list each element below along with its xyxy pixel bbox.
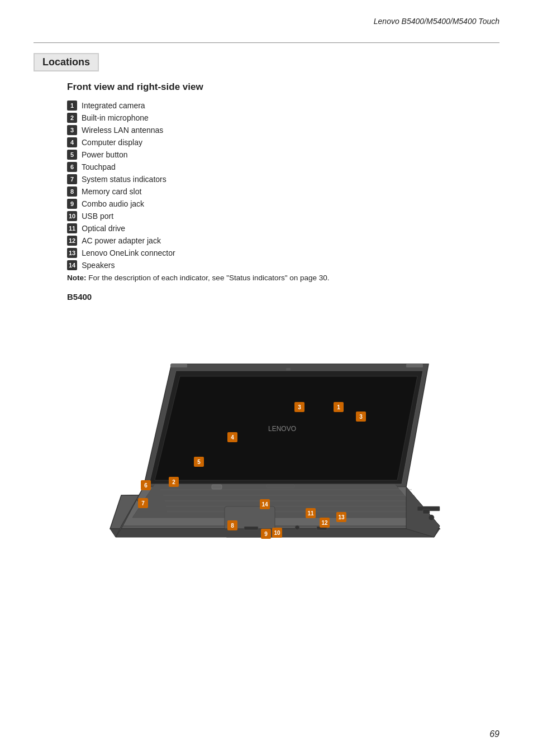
callout-badge-c13: 13 — [336, 512, 346, 522]
callout-badge-c11: 11 — [306, 508, 316, 518]
item-label: Touchpad — [82, 162, 116, 171]
item-badge: 12 — [67, 236, 77, 246]
list-item: 1Integrated camera — [67, 101, 499, 111]
list-item: 7System status indicators — [67, 174, 499, 184]
svg-rect-5 — [406, 364, 423, 367]
list-item: 2Built-in microphone — [67, 113, 499, 123]
item-badge: 1 — [67, 101, 77, 111]
callout-badge-c6: 6 — [141, 480, 151, 490]
callout-badge-c2: 2 — [169, 477, 179, 487]
list-item: 14Speakers — [67, 260, 499, 270]
list-item: 9Combo audio jack — [67, 199, 499, 209]
callout-badge-c5: 5 — [194, 457, 204, 467]
item-badge: 8 — [67, 186, 77, 197]
note-text: For the description of each indicator, s… — [87, 274, 330, 282]
item-badge: 6 — [67, 162, 77, 172]
svg-point-23 — [429, 515, 434, 520]
page-number: 69 — [489, 729, 499, 739]
item-label: Memory card slot — [82, 187, 141, 196]
item-label: Speakers — [82, 261, 115, 270]
list-item: 6Touchpad — [67, 162, 499, 172]
item-badge: 2 — [67, 113, 77, 123]
svg-rect-25 — [212, 485, 222, 489]
callout-badge-c12: 12 — [320, 518, 330, 528]
callout-badge-c9: 9 — [261, 529, 271, 539]
svg-rect-22 — [244, 527, 258, 530]
callout-badge-c4: 4 — [227, 432, 237, 442]
subsection-title: Front view and right-side view — [67, 82, 499, 93]
svg-rect-26 — [266, 485, 294, 487]
item-badge: 4 — [67, 137, 77, 147]
item-label: Optical drive — [82, 224, 125, 233]
item-label: AC power adapter jack — [82, 236, 161, 245]
item-label: Computer display — [82, 138, 142, 147]
item-label: System status indicators — [82, 175, 166, 184]
item-label: Wireless LAN antennas — [82, 126, 163, 135]
callout-badge-c10: 10 — [272, 528, 282, 538]
page-header: Lenovo B5400/M5400/M5400 Touch — [34, 17, 499, 26]
item-label: Integrated camera — [82, 101, 145, 110]
item-badge: 10 — [67, 211, 77, 221]
svg-rect-4 — [170, 364, 187, 367]
list-item: 10USB port — [67, 211, 499, 221]
callout-badge-c3b: 3 — [356, 412, 366, 422]
list-item: 3Wireless LAN antennas — [67, 125, 499, 135]
item-label: USB port — [82, 212, 113, 221]
item-badge: 13 — [67, 248, 77, 258]
model-label: B5400 — [67, 292, 499, 302]
item-label: Power button — [82, 150, 128, 159]
item-badge: 7 — [67, 174, 77, 184]
svg-rect-24 — [423, 509, 430, 514]
item-badge: 3 — [67, 125, 77, 135]
callout-badge-c3a: 3 — [294, 402, 304, 412]
callout-badge-c14: 14 — [260, 499, 270, 509]
item-list: 1Integrated camera2Built-in microphone3W… — [67, 101, 499, 270]
item-badge: 11 — [67, 223, 77, 233]
header-title: Lenovo B5400/M5400/M5400 Touch — [374, 17, 499, 26]
item-label: Built-in microphone — [82, 113, 149, 122]
item-label: Lenovo OneLink connector — [82, 248, 175, 257]
svg-rect-3 — [286, 368, 291, 371]
list-item: 12AC power adapter jack — [67, 236, 499, 246]
item-badge: 5 — [67, 150, 77, 160]
list-item: 4Computer display — [67, 137, 499, 147]
item-badge: 9 — [67, 199, 77, 209]
item-badge: 14 — [67, 260, 77, 270]
list-item: 13Lenovo OneLink connector — [67, 248, 499, 258]
section-divider — [34, 42, 499, 43]
callout-badge-c1: 1 — [334, 402, 344, 412]
list-item: 8Memory card slot — [67, 186, 499, 197]
callout-badge-c8: 8 — [227, 520, 237, 530]
svg-point-21 — [295, 525, 299, 530]
callout-badge-c7: 7 — [138, 498, 148, 508]
note-line: Note: For the description of each indica… — [67, 274, 499, 282]
list-item: 5Power button — [67, 150, 499, 160]
laptop-diagram: LENOVO 31345627141312118910 — [77, 308, 456, 543]
list-item: 11Optical drive — [67, 223, 499, 233]
svg-text:LENOVO: LENOVO — [268, 425, 296, 433]
item-label: Combo audio jack — [82, 199, 144, 208]
section-title: Locations — [34, 53, 99, 71]
note-prefix: Note: — [67, 274, 87, 282]
